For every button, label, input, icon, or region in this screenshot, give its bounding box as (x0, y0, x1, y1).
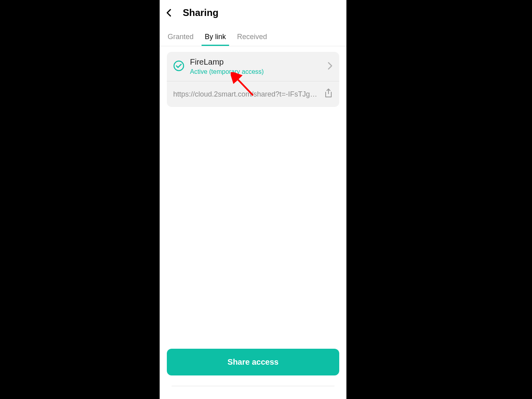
share-link-text: https://cloud.2smart.com/shared?t=-IFsTJ… (173, 90, 318, 99)
share-item-text: FireLamp Active (temporary access) (190, 57, 322, 75)
tab-granted[interactable]: Granted (168, 33, 194, 46)
header-bar: Sharing (160, 0, 346, 22)
share-icon (324, 89, 333, 98)
tab-by-link[interactable]: By link (205, 33, 226, 46)
content-area: FireLamp Active (temporary access) https… (160, 46, 346, 349)
check-circle-icon (173, 60, 184, 73)
bottom-bar: Share access (160, 349, 346, 399)
chevron-left-icon (165, 8, 173, 18)
status-text: Active (temporary access) (190, 68, 322, 75)
share-card: FireLamp Active (temporary access) https… (167, 52, 339, 107)
svg-point-0 (174, 61, 184, 71)
share-access-button[interactable]: Share access (167, 349, 339, 375)
tab-received[interactable]: Received (237, 33, 267, 46)
chevron-right-icon (327, 61, 333, 72)
link-row: https://cloud.2smart.com/shared?t=-IFsTJ… (167, 81, 339, 107)
device-name: FireLamp (190, 57, 322, 67)
share-link-button[interactable] (324, 89, 333, 100)
share-item-row[interactable]: FireLamp Active (temporary access) (167, 52, 339, 81)
back-button[interactable] (165, 8, 173, 18)
app-screen: Sharing Granted By link Received FireLam… (160, 0, 346, 399)
page-title: Sharing (183, 7, 218, 18)
tab-bar: Granted By link Received (160, 22, 346, 46)
footer-divider (172, 386, 334, 386)
